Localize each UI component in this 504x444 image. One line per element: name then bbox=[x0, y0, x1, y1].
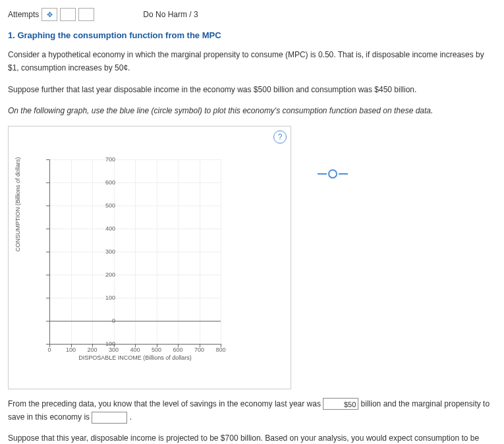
graph-panel[interactable]: ? CONSUMPTION (Billions of dollars) DISP… bbox=[8, 126, 291, 389]
x-axis-label: DISPOSABLE INCOME (Billions of dollars) bbox=[49, 354, 221, 361]
legend-line-right bbox=[339, 173, 348, 175]
attempts-slot-2[interactable] bbox=[78, 8, 94, 21]
x-tick: 300 bbox=[109, 347, 119, 353]
x-tick: 100 bbox=[66, 347, 76, 353]
attempts-label: Attempts bbox=[8, 10, 39, 19]
savings-value-input[interactable]: $50 bbox=[323, 398, 358, 410]
paragraph-1: Consider a hypothetical economy in which… bbox=[8, 48, 496, 75]
x-tick: 800 bbox=[215, 347, 225, 353]
x-tick: 500 bbox=[152, 347, 161, 353]
text-post-savings-b: economy is bbox=[49, 412, 90, 422]
text-p2a: Suppose that this year, disposable incom… bbox=[8, 433, 479, 443]
x-tick: 0 bbox=[47, 347, 51, 353]
y-tick: 100 bbox=[96, 294, 115, 301]
legend-line-left bbox=[318, 173, 327, 175]
y-tick: 300 bbox=[96, 248, 115, 255]
x-tick: 600 bbox=[173, 347, 182, 353]
chart-plot-area[interactable] bbox=[49, 159, 221, 344]
y-tick: 700 bbox=[96, 156, 115, 163]
x-tick: 700 bbox=[194, 347, 204, 353]
period-1: . bbox=[130, 412, 132, 422]
mps-input[interactable] bbox=[92, 412, 127, 424]
followup-paragraph-2: Suppose that this year, disposable incom… bbox=[8, 431, 496, 444]
attempts-slot-1[interactable] bbox=[60, 8, 76, 21]
y-axis-label: CONSUMPTION (Billions of dollars) bbox=[14, 157, 21, 252]
y-tick: 600 bbox=[96, 179, 115, 186]
x-tick: 400 bbox=[130, 347, 140, 353]
y-tick: 400 bbox=[96, 225, 115, 232]
followup-paragraph-1: From the preceding data, you know that t… bbox=[8, 397, 496, 424]
question-title: 1. Graphing the consumption function fro… bbox=[8, 30, 496, 40]
attempts-current[interactable]: ✥ bbox=[42, 8, 57, 21]
y-tick: 500 bbox=[96, 202, 115, 209]
graph-instruction: On the following graph, use the blue lin… bbox=[8, 104, 496, 117]
legend-consumption-function[interactable] bbox=[318, 169, 348, 179]
circle-icon bbox=[328, 169, 337, 179]
y-tick: 200 bbox=[96, 271, 115, 278]
y-tick: 0 bbox=[96, 318, 115, 324]
paragraph-2: Suppose further that last year disposabl… bbox=[8, 83, 496, 96]
do-no-harm-label: Do No Harm / 3 bbox=[143, 10, 198, 19]
text-pre-savings: From the preceding data, you know that t… bbox=[8, 399, 321, 408]
x-tick: 200 bbox=[87, 347, 97, 353]
help-icon[interactable]: ? bbox=[273, 130, 287, 144]
